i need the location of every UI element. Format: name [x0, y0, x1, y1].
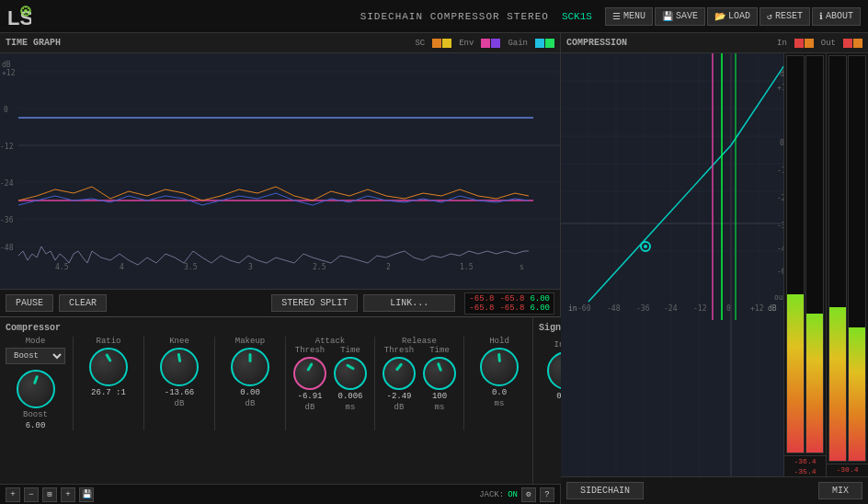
- release-group: Release Thresh -2.49 dB Time: [383, 337, 456, 412]
- svg-text:+12: +12: [750, 304, 764, 313]
- jack-info[interactable]: ?: [540, 487, 554, 502]
- right-panel: COMPRESSION In Out: [561, 33, 868, 504]
- stereo-split-button[interactable]: STEREO SPLIT: [271, 294, 358, 312]
- attack-time-group: Time 0.006 ms: [334, 346, 367, 412]
- link-button[interactable]: LINK...: [363, 294, 455, 312]
- makeup-knob[interactable]: [231, 348, 269, 386]
- attack-time-knob[interactable]: [334, 357, 367, 390]
- svg-text:-36: -36: [0, 216, 14, 224]
- makeup-label: Makeup: [235, 337, 265, 346]
- clear-button[interactable]: CLEAR: [59, 294, 107, 312]
- in-color-2: [805, 39, 814, 48]
- in-color-1: [794, 39, 804, 48]
- knee-value: -13.66: [165, 388, 194, 397]
- plugin-id: SCK1S: [562, 11, 592, 22]
- save2-button[interactable]: 💾: [79, 487, 94, 502]
- right-vu-section: -36.4 -35.4: [783, 53, 826, 476]
- ratio-label: Ratio: [96, 337, 120, 346]
- sc-label: SC: [415, 39, 425, 48]
- main-area: TIME GRAPH SC Env Gain: [0, 33, 868, 504]
- svg-text:s: s: [520, 263, 524, 271]
- svg-text:1.5: 1.5: [460, 263, 474, 271]
- svg-text:3.5: 3.5: [184, 263, 198, 271]
- gain-color-1: [535, 39, 544, 48]
- in-label: In: [777, 39, 787, 48]
- svg-text:+12: +12: [2, 69, 16, 77]
- attack-thresh-group: Thresh -6.91 dB: [293, 346, 326, 412]
- mix-button[interactable]: MIX: [818, 482, 862, 499]
- boost-label: Boost: [23, 410, 48, 419]
- svg-text:-12: -12: [777, 166, 783, 175]
- svg-text:0: 0: [726, 304, 731, 313]
- mode-label: Mode: [26, 337, 46, 346]
- vu-val-1: -65.8: [469, 294, 494, 304]
- in-meter-l: [786, 55, 805, 453]
- about-icon: ℹ: [819, 11, 823, 22]
- attack-thresh-knob[interactable]: [293, 357, 326, 390]
- hold-label: Hold: [489, 337, 509, 346]
- left-panel: TIME GRAPH SC Env Gain: [0, 33, 561, 504]
- knee-label: Knee: [169, 337, 189, 346]
- add-button[interactable]: +: [6, 487, 20, 502]
- save-icon: 💾: [662, 11, 673, 22]
- menu-button[interactable]: ☰ MENU: [605, 7, 653, 26]
- ratio-knob[interactable]: [89, 348, 128, 386]
- svg-text:LSP: LSP: [7, 6, 31, 29]
- sc-color-1: [432, 39, 441, 48]
- out-color-pair: [843, 39, 862, 48]
- reset-button[interactable]: ↺ RESET: [760, 7, 810, 26]
- sc-color-pair: [432, 39, 451, 48]
- compression-title: COMPRESSION: [566, 38, 627, 48]
- pause-button[interactable]: PAUSE: [6, 294, 53, 312]
- svg-text:4: 4: [120, 263, 124, 271]
- plus2-button[interactable]: +: [61, 487, 75, 502]
- mode-select[interactable]: Boost Down Up: [6, 348, 65, 364]
- out-color-2: [853, 39, 862, 48]
- grid-button[interactable]: ⊞: [42, 487, 57, 502]
- minus-button[interactable]: −: [24, 487, 39, 502]
- boost-knob[interactable]: [17, 370, 55, 408]
- svg-text:-48: -48: [777, 245, 783, 253]
- bottom-section: Compressor Mode Boost Down Up Boost 6.00: [0, 316, 560, 484]
- save-button[interactable]: 💾 SAVE: [655, 7, 705, 26]
- svg-text:2.5: 2.5: [313, 263, 326, 271]
- out-meter-r: [848, 55, 866, 462]
- release-thresh-knob[interactable]: [383, 357, 416, 390]
- out-color-1: [843, 39, 852, 48]
- vu-val-4: -65.8: [499, 304, 524, 313]
- env-color-2: [491, 39, 500, 48]
- out-vu-section: -30.4: [826, 53, 868, 476]
- vu-val-5: 6.00: [530, 294, 550, 304]
- release-thresh-group: Thresh -2.49 dB: [383, 346, 416, 412]
- load-icon: 📂: [714, 11, 725, 22]
- in-meter-l-bar: [787, 294, 804, 452]
- sidechain-button[interactable]: SIDECHAIN: [566, 482, 644, 499]
- about-button[interactable]: ℹ ABOUT: [812, 7, 861, 26]
- time-graph-title: TIME GRAPH: [6, 38, 61, 48]
- makeup-value: 0.00: [240, 388, 260, 397]
- vu-val-2: -65.8: [469, 304, 494, 313]
- knee-group: Knee -13.66 dB: [152, 337, 207, 408]
- jack-label: JACK:: [479, 490, 504, 499]
- env-color-pair: [481, 39, 500, 48]
- top-right: SIDECHAIN COMPRESSOR STEREO SCK1S ☰ MENU…: [360, 7, 861, 26]
- bottom-toolbar: + − ⊞ + 💾 JACK: ON ⚙ ?: [0, 484, 560, 504]
- svg-text:2: 2: [386, 263, 391, 271]
- out-label: Out: [821, 39, 836, 48]
- hold-knob[interactable]: [480, 348, 519, 386]
- svg-point-63: [644, 245, 647, 248]
- svg-text:+12: +12: [777, 84, 783, 92]
- jack-settings[interactable]: ⚙: [521, 487, 536, 502]
- makeup-group: Makeup 0.00 dB: [223, 337, 278, 408]
- svg-text:out: out: [774, 293, 783, 302]
- release-time-knob[interactable]: [423, 357, 456, 390]
- time-graph-header: TIME GRAPH SC Env Gain: [0, 33, 560, 53]
- compression-graph: in -60 -48 -36 -24 -12 0 +12 dB dB +12 0…: [561, 53, 783, 476]
- release-time-group: Time 100 ms: [423, 346, 456, 412]
- time-graph-area: dB +12 0 -12 -24 -36 -48 4.5 4: [0, 53, 560, 289]
- top-bar: LSP SIDECHAIN COMPRESSOR STEREO SCK1S ☰ …: [0, 0, 868, 33]
- knee-knob[interactable]: [160, 348, 199, 386]
- vu-display: -65.8 -65.8 6.00 -65.8 -65.8 6.00: [464, 292, 554, 315]
- load-button[interactable]: 📂 LOAD: [707, 7, 758, 26]
- logo: LSP: [7, 5, 31, 29]
